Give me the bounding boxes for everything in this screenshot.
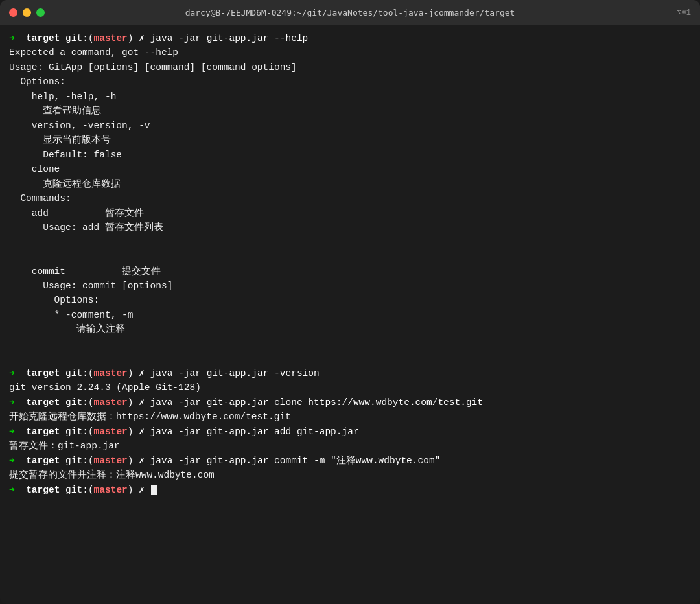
prompt-paren-close-final: ) [128, 485, 134, 495]
prompt-target-final: target [26, 485, 60, 495]
prompt-git-2: git: [65, 368, 88, 378]
blank-3 [9, 337, 691, 351]
output-line-12: add 暂存文件 [9, 206, 691, 220]
terminal-cursor [151, 485, 157, 495]
blank-4 [9, 351, 691, 366]
prompt-git-4: git: [65, 426, 88, 437]
prompt-target-5: target [26, 456, 60, 466]
output-line-14: commit 提交文件 [9, 264, 691, 279]
close-button[interactable] [9, 8, 18, 17]
output-add: 暂存文件：git-app.jar [9, 439, 691, 453]
minimize-button[interactable] [23, 8, 31, 17]
blank-1 [9, 235, 691, 250]
prompt-paren-close-4: ) [128, 426, 134, 437]
prompt-git: git: [65, 33, 88, 43]
prompt-x-3: ✗ [139, 397, 145, 408]
prompt-git-5: git: [65, 456, 88, 466]
prompt-paren-open-5: ( [88, 456, 94, 466]
prompt-target-3: target [26, 397, 60, 408]
prompt-arrow-3: ➜ [9, 397, 15, 408]
prompt-line-5: ➜ target git:(master) ✗ java -jar git-ap… [9, 454, 691, 468]
output-line-8: Default: false [9, 148, 691, 162]
output-line-10: 克隆远程仓库数据 [9, 177, 691, 191]
prompt-paren-open: ( [88, 33, 94, 43]
output-line-9: clone [9, 162, 691, 176]
prompt-x-2: ✗ [139, 368, 145, 378]
prompt-x-final: ✗ [139, 485, 145, 495]
prompt-paren-open-4: ( [88, 426, 94, 437]
prompt-paren-open-final: ( [88, 485, 94, 495]
prompt-arrow-final: ➜ [9, 485, 15, 495]
terminal-body[interactable]: ➜ target git:(master) ✗ java -jar git-ap… [0, 25, 700, 604]
output-line-2: Usage: GitApp [options] [command] [comma… [9, 60, 691, 75]
output-line-18: 请输入注释 [9, 322, 691, 336]
prompt-line-1: ➜ target git:(master) ✗ java -jar git-ap… [9, 31, 691, 45]
prompt-line-4: ➜ target git:(master) ✗ java -jar git-ap… [9, 424, 691, 439]
traffic-lights [9, 8, 45, 17]
prompt-branch: master [94, 33, 128, 43]
prompt-line-final: ➜ target git:(master) ✗ [9, 483, 691, 497]
prompt-paren-close-2: ) [128, 368, 134, 378]
prompt-branch-5: master [94, 456, 128, 466]
prompt-target: target [26, 33, 60, 43]
output-line-1: Expected a command, got --help [9, 45, 691, 60]
prompt-x: ✗ [139, 33, 145, 43]
prompt-arrow: ➜ [9, 33, 15, 43]
output-line-13: Usage: add 暂存文件列表 [9, 220, 691, 235]
cmd-2: java -jar git-app.jar -version [150, 368, 320, 378]
prompt-git-final: git: [65, 485, 88, 495]
titlebar: darcy@B-7EEJMD6M-0249:~/git/JavaNotes/to… [0, 0, 700, 25]
prompt-x-4: ✗ [139, 426, 145, 437]
prompt-x-5: ✗ [139, 456, 145, 466]
cmd-1: java -jar git-app.jar --help [150, 33, 309, 43]
prompt-git-3: git: [65, 397, 88, 408]
output-line-4: help, -help, -h [9, 89, 691, 104]
prompt-branch-4: master [94, 426, 128, 437]
prompt-paren-open-3: ( [88, 397, 94, 408]
output-line-15: Usage: commit [options] [9, 279, 691, 293]
prompt-line-2: ➜ target git:(master) ✗ java -jar git-ap… [9, 366, 691, 380]
cmd-4: java -jar git-app.jar add git-app.jar [150, 426, 359, 437]
prompt-line-3: ➜ target git:(master) ✗ java -jar git-ap… [9, 395, 691, 410]
output-clone: 开始克隆远程仓库数据：https://www.wdbyte.com/test.g… [9, 410, 691, 424]
prompt-branch-final: master [94, 485, 128, 495]
prompt-arrow-4: ➜ [9, 426, 15, 437]
prompt-paren-close: ) [128, 33, 134, 43]
output-commit: 提交暂存的文件并注释：注释www.wdbyte.com [9, 468, 691, 482]
window-shortcut: ⌥⌘1 [677, 8, 691, 17]
window-title: darcy@B-7EEJMD6M-0249:~/git/JavaNotes/to… [185, 8, 515, 17]
prompt-arrow-5: ➜ [9, 456, 15, 466]
prompt-branch-2: master [94, 368, 128, 378]
output-line-6: version, -version, -v [9, 119, 691, 133]
cmd-3: java -jar git-app.jar clone https://www.… [150, 397, 483, 408]
prompt-paren-close-3: ) [128, 397, 134, 408]
terminal-window: darcy@B-7EEJMD6M-0249:~/git/JavaNotes/to… [0, 0, 700, 604]
prompt-paren-open-2: ( [88, 368, 94, 378]
prompt-target-2: target [26, 368, 60, 378]
output-line-11: Commands: [9, 191, 691, 205]
prompt-target-4: target [26, 426, 60, 437]
cmd-5: java -jar git-app.jar commit -m "注释www.w… [150, 456, 441, 466]
prompt-branch-3: master [94, 397, 128, 408]
output-line-5: 查看帮助信息 [9, 104, 691, 118]
prompt-arrow-2: ➜ [9, 368, 15, 378]
blank-2 [9, 250, 691, 264]
prompt-paren-close-5: ) [128, 456, 134, 466]
output-version: git version 2.24.3 (Apple Git-128) [9, 380, 691, 395]
output-line-17: * -comment, -m [9, 308, 691, 322]
output-line-3: Options: [9, 75, 691, 89]
maximize-button[interactable] [36, 8, 45, 17]
output-line-16: Options: [9, 293, 691, 307]
output-line-7: 显示当前版本号 [9, 133, 691, 147]
